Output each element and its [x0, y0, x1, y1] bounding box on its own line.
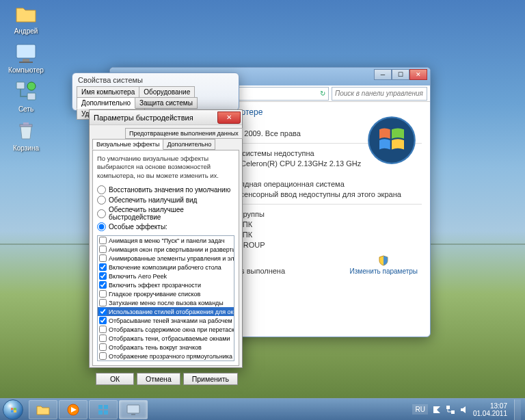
user-folder-icon [14, 1, 38, 26]
taskbar-explorer-button[interactable] [29, 400, 57, 419]
effect-label: Отображение прозрачного прямоугольника в… [109, 353, 234, 360]
workgroup-value: WORKGROUP [214, 241, 422, 249]
effect-label: Затухание меню после вызова команды [109, 300, 224, 306]
effect-checkbox[interactable] [99, 272, 107, 280]
effect-checkbox[interactable] [99, 299, 107, 306]
user-folder[interactable]: Андрей [4, 1, 48, 35]
effect-label: Отображать содержимое окна при перетаски… [109, 326, 234, 333]
action-center-icon[interactable] [432, 405, 442, 415]
minimize-button[interactable]: ─ [374, 69, 392, 80]
network[interactable]: Сеть [4, 79, 48, 113]
apply-button[interactable]: Применить [183, 373, 238, 385]
effect-checkbox[interactable] [99, 246, 107, 253]
change-settings-link[interactable]: Изменить параметры [350, 255, 418, 275]
effect-checkbox[interactable] [99, 263, 107, 271]
tab-оборудование[interactable]: Оборудование [139, 86, 195, 98]
radio-option-1[interactable]: Обеспечить наилучший вид [97, 196, 234, 205]
taskbar: RU 13:07 01.04.2011 [0, 398, 525, 420]
effect-item[interactable]: Отображать тени, отбрасываемые окнами [98, 334, 234, 343]
search-input[interactable] [332, 87, 427, 101]
effect-label: Использование стилей отображения для око… [109, 309, 234, 315]
effect-checkbox[interactable] [99, 343, 107, 351]
svg-rect-7 [23, 122, 29, 124]
svg-rect-1 [23, 59, 29, 62]
window-title[interactable]: Свойства системы [72, 73, 239, 87]
effect-item[interactable]: Анимация окон при свертывании и разверты… [98, 245, 234, 254]
effect-item[interactable]: Отображать содержимое окна при перетаски… [98, 325, 234, 334]
start-button[interactable] [0, 399, 26, 421]
effect-checkbox[interactable] [99, 254, 107, 262]
effect-checkbox[interactable] [99, 308, 107, 315]
radio-input[interactable] [97, 185, 106, 194]
effect-checkbox[interactable] [99, 326, 107, 333]
language-indicator[interactable]: RU [412, 404, 427, 415]
svg-rect-14 [127, 405, 139, 413]
show-desktop-button[interactable] [514, 399, 521, 420]
ok-button[interactable]: ОК [96, 373, 134, 385]
effect-item[interactable]: Анимация в меню "Пуск" и панели задач [98, 236, 234, 245]
tab-visual-effects[interactable]: Визуальные эффекты [92, 139, 163, 150]
recycle-bin[interactable]: Корзина [4, 118, 48, 152]
tab-dep[interactable]: Предотвращение выполнения данных [125, 128, 243, 139]
effect-checkbox[interactable] [99, 237, 107, 244]
close-button[interactable]: ✕ [409, 69, 427, 80]
effect-item[interactable]: Отображение прозрачного прямоугольника в… [98, 352, 234, 360]
cancel-button[interactable]: Отмена [137, 373, 180, 385]
radio-input[interactable] [97, 222, 106, 231]
refresh-icon[interactable]: ↻ [320, 90, 325, 97]
desktop-icon-label: Андрей [14, 27, 38, 35]
close-button[interactable]: ✕ [217, 111, 241, 124]
tab-advanced[interactable]: Дополнительно [163, 139, 215, 150]
effect-item[interactable]: Анимированные элементы управления и элем… [98, 254, 234, 263]
system-properties-window: Свойства системы Имя компьютераОборудова… [72, 73, 239, 111]
effect-item[interactable]: Включить эффект прозрачности [98, 280, 234, 289]
svg-rect-11 [104, 405, 108, 409]
tab-дополнительно[interactable]: Дополнительно [77, 97, 135, 109]
radio-option-2[interactable]: Обеспечить наилучшее быстродействие [97, 206, 234, 221]
system-type-value: 32-разрядная операционная система [214, 180, 422, 188]
radio-input[interactable] [97, 209, 106, 218]
effect-item[interactable]: Использование стилей отображения для око… [98, 307, 234, 316]
recycle-bin-icon [14, 118, 38, 143]
radio-input[interactable] [97, 196, 106, 205]
effect-item[interactable]: Отображать тень вокруг значков [98, 343, 234, 352]
effect-label: Анимированные элементы управления и элем… [109, 255, 234, 262]
radio-label: Обеспечить наилучшее быстродействие [109, 206, 234, 221]
effect-checkbox[interactable] [99, 317, 107, 324]
svg-rect-3 [16, 82, 25, 89]
effect-checkbox[interactable] [99, 352, 107, 360]
date-text: 01.04.2011 [473, 410, 507, 417]
clock[interactable]: 13:07 01.04.2011 [473, 402, 507, 417]
effect-item[interactable]: Затухание меню после вызова команды [98, 298, 234, 307]
monitor-icon [126, 404, 141, 416]
tab-защита-системы[interactable]: Защита системы [135, 97, 198, 109]
desktop-icon-label: Компьютер [8, 66, 44, 74]
media-player-icon [66, 403, 80, 417]
radio-option-0[interactable]: Восстановить значения по умолчанию [97, 185, 234, 194]
radio-option-3[interactable]: Особые эффекты: [97, 222, 234, 231]
taskbar-wmp-button[interactable] [59, 400, 88, 419]
effect-item[interactable]: Включение композиции рабочего стола [98, 263, 234, 272]
effect-checkbox[interactable] [99, 281, 107, 289]
effect-item[interactable]: Отображение тени под указателем мыши [98, 360, 234, 361]
radio-label: Особые эффекты: [109, 223, 167, 231]
computer[interactable]: Компьютер [4, 40, 48, 74]
effect-label: Гладкое прокручивание списков [109, 291, 200, 298]
taskbar-control-panel-button[interactable] [119, 400, 148, 419]
volume-icon[interactable] [459, 405, 469, 415]
effect-checkbox[interactable] [99, 290, 107, 298]
network-tray-icon[interactable] [446, 405, 455, 415]
ram-value: 2,00 ГБ [214, 170, 422, 178]
taskbar-app-button[interactable] [89, 400, 118, 419]
effects-listbox[interactable]: Анимация в меню "Пуск" и панели задачАни… [97, 235, 234, 361]
app-icon [96, 403, 110, 417]
effect-item[interactable]: Отбрасывание теней значками на рабочем с… [98, 316, 234, 325]
effect-item[interactable]: Включить Aero Peek [98, 272, 234, 280]
maximize-button[interactable]: ☐ [392, 69, 409, 80]
tab-имя-компьютера[interactable]: Имя компьютера [77, 86, 139, 98]
window-titlebar[interactable]: Параметры быстродействия ✕ [90, 110, 242, 125]
effect-item[interactable]: Гладкое прокручивание списков [98, 289, 234, 298]
window-title: Параметры быстродействия [94, 114, 193, 122]
effect-label: Отображать тени, отбрасываемые окнами [109, 335, 230, 342]
effect-checkbox[interactable] [99, 334, 107, 342]
